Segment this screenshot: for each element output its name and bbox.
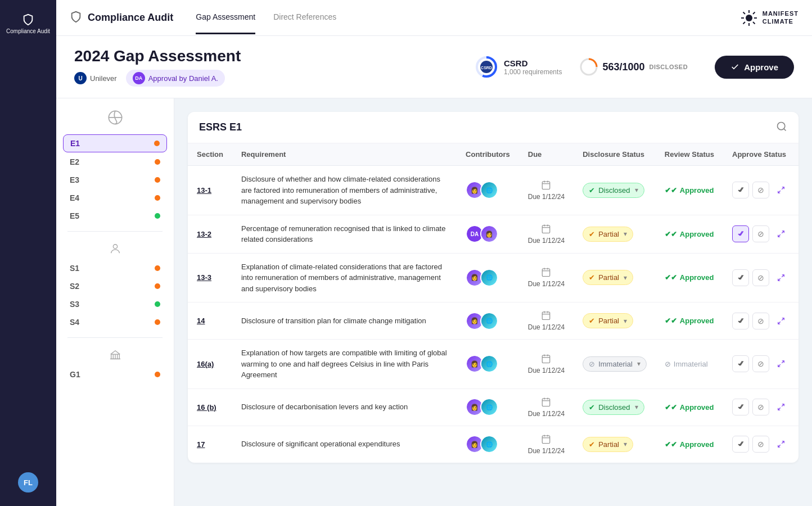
- reject-button[interactable]: ⊘: [752, 436, 769, 453]
- reject-button[interactable]: ⊘: [752, 182, 769, 198]
- review-status-badge: ✔✔ Approved: [665, 230, 714, 238]
- expand-button[interactable]: [773, 182, 790, 198]
- disclosure-dropdown-arrow[interactable]: ▾: [624, 317, 627, 325]
- table-row: 13-3 Explanation of climate-related cons…: [188, 253, 799, 302]
- expand-button[interactable]: [773, 399, 790, 415]
- sidebar-status-E3: [155, 177, 160, 183]
- requirement-text: Explanation of how targets are compatibl…: [241, 349, 447, 379]
- sidebar-item-E1[interactable]: E1: [63, 134, 167, 152]
- sidebar-label-G1: G1: [70, 370, 80, 379]
- disclosure-status-badge[interactable]: ✔ Disclosed ▾: [583, 400, 644, 415]
- sidebar-item-S4[interactable]: S4: [63, 314, 167, 331]
- approve-check-button[interactable]: [732, 313, 749, 329]
- disclosure-dropdown-arrow[interactable]: ▾: [624, 230, 627, 238]
- expand-button[interactable]: [773, 355, 790, 372]
- reject-button[interactable]: ⊘: [752, 313, 769, 329]
- sidebar-item-E5[interactable]: E5: [63, 207, 167, 224]
- approval-text: Approval by Daniel A.: [148, 74, 218, 83]
- reject-button[interactable]: ⊘: [752, 399, 769, 415]
- expand-icon: [777, 403, 785, 411]
- reject-button[interactable]: ⊘: [752, 225, 769, 242]
- disclosure-status-badge[interactable]: ⊘ Immaterial ▾: [583, 356, 647, 372]
- cell-approve-status: ⊘: [723, 302, 799, 340]
- section-link[interactable]: 13-3: [197, 273, 211, 282]
- approve-double-check-icon: [737, 274, 745, 282]
- sidebar-item-E3[interactable]: E3: [63, 171, 167, 188]
- approve-check-button[interactable]: [732, 225, 749, 242]
- search-button[interactable]: [776, 121, 787, 134]
- svg-line-6: [753, 22, 755, 24]
- expand-icon: [777, 230, 785, 238]
- table-row: 16 (b) Disclosure of decarbonisation lev…: [188, 388, 799, 426]
- sidebar-label-E1: E1: [70, 139, 80, 148]
- approver-avatar: DA: [133, 72, 145, 84]
- cell-disclosure-status: ✔ Partial ▾: [574, 215, 656, 253]
- sidebar-item-S1[interactable]: S1: [63, 260, 167, 277]
- expand-button[interactable]: [773, 313, 790, 329]
- disclosure-status-badge[interactable]: ✔ Partial ▾: [583, 437, 633, 452]
- section-link[interactable]: 13-1: [197, 186, 211, 195]
- sidebar-item-G1[interactable]: G1: [63, 366, 167, 383]
- cell-section: 16 (b): [188, 388, 232, 426]
- nav-compliance-audit[interactable]: Compliance Audit: [0, 9, 56, 39]
- disclosure-dropdown-arrow[interactable]: ▾: [637, 360, 640, 368]
- disclosure-dropdown-arrow[interactable]: ▾: [635, 403, 638, 411]
- disclosure-dropdown-arrow[interactable]: ▾: [635, 186, 638, 194]
- approve-check-button[interactable]: [732, 355, 749, 372]
- expand-button[interactable]: [773, 269, 790, 286]
- svg-line-32: [782, 231, 784, 233]
- sidebar-item-E4[interactable]: E4: [63, 189, 167, 206]
- section-link[interactable]: 13-2: [197, 230, 211, 238]
- section-link[interactable]: 14: [197, 317, 205, 325]
- section-link[interactable]: 16 (b): [197, 403, 216, 412]
- section-link[interactable]: 17: [197, 440, 205, 449]
- sidebar-item-S2[interactable]: S2: [63, 278, 167, 295]
- sidebar-item-S3[interactable]: S3: [63, 296, 167, 313]
- sidebar-item-E2[interactable]: E2: [63, 153, 167, 170]
- approve-check-button[interactable]: [732, 269, 749, 286]
- reject-button[interactable]: ⊘: [752, 269, 769, 286]
- expand-button[interactable]: [773, 436, 790, 453]
- cell-disclosure-status: ✔ Disclosed ▾: [574, 388, 656, 426]
- disclosure-status-badge[interactable]: ✔ Partial ▾: [583, 313, 633, 328]
- approve-check-button[interactable]: [732, 399, 749, 415]
- col-review-status: Review Status: [656, 143, 723, 166]
- sidebar-status-S3: [155, 301, 160, 307]
- manifest-climate-logo: MANIFEST CLIMATE: [740, 9, 799, 27]
- cell-review-status: ⊘ Immaterial: [656, 340, 723, 389]
- sidebar-status-S1: [155, 265, 160, 271]
- disclosure-status-badge[interactable]: ✔ Partial ▾: [583, 270, 633, 285]
- svg-line-56: [782, 404, 784, 406]
- tab-direct-references[interactable]: Direct References: [273, 1, 336, 34]
- cell-contributors: 👩 🌐: [457, 302, 519, 340]
- approve-double-check-icon: [737, 317, 745, 325]
- cell-requirement: Disclosure of significant operational ex…: [232, 426, 457, 463]
- disclosure-dropdown-arrow[interactable]: ▾: [624, 274, 627, 282]
- approve-button[interactable]: Approve: [715, 56, 794, 79]
- sidebar-person-icon[interactable]: [63, 238, 167, 260]
- disclosure-status-badge[interactable]: ✔ Disclosed ▾: [583, 183, 644, 198]
- table-row: 17 Disclosure of significant operational…: [188, 426, 799, 463]
- section-link[interactable]: 16(a): [197, 360, 214, 368]
- approve-check-button[interactable]: [732, 436, 749, 453]
- expand-icon: [777, 360, 785, 368]
- col-approve-status: Approve Status: [723, 143, 799, 166]
- cell-requirement: Explanation of climate-related considera…: [232, 253, 457, 302]
- check-icon: ✔: [589, 186, 595, 195]
- disclosure-status-badge[interactable]: ✔ Partial ▾: [583, 227, 633, 242]
- check-icon: ✔: [589, 230, 595, 238]
- disclosure-dropdown-arrow[interactable]: ▾: [624, 440, 627, 448]
- sidebar-label-E5: E5: [70, 211, 79, 220]
- sidebar-bank-icon[interactable]: [63, 345, 167, 366]
- col-due: Due: [519, 143, 574, 166]
- user-avatar[interactable]: FL: [18, 472, 38, 493]
- tab-gap-assessment[interactable]: Gap Assessment: [196, 1, 255, 34]
- expand-button[interactable]: [773, 225, 790, 242]
- cell-requirement: Disclosure of decarbonisation levers and…: [232, 388, 457, 426]
- table-row: 13-1 Disclosure of whether and how clima…: [188, 166, 799, 215]
- reject-button[interactable]: ⊘: [752, 355, 769, 372]
- csrd-requirements: 1,000 requirements: [504, 68, 562, 76]
- approve-double-check-icon: [737, 403, 745, 411]
- approve-check-button[interactable]: [732, 182, 749, 198]
- sidebar-status-E1: [154, 141, 160, 146]
